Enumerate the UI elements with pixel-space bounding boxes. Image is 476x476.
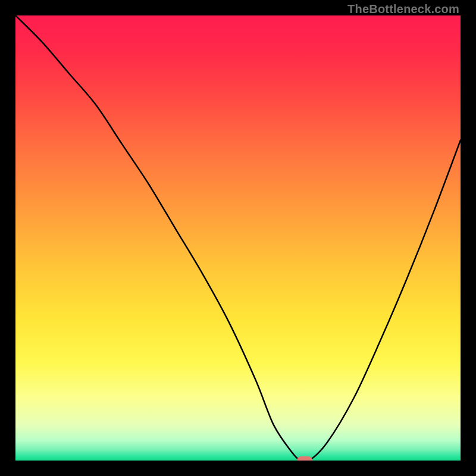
optimal-marker [297,456,312,461]
bottleneck-curve [15,15,461,461]
chart-frame: TheBottleneck.com [0,0,476,476]
watermark-text: TheBottleneck.com [347,2,459,16]
plot-area [15,15,461,461]
